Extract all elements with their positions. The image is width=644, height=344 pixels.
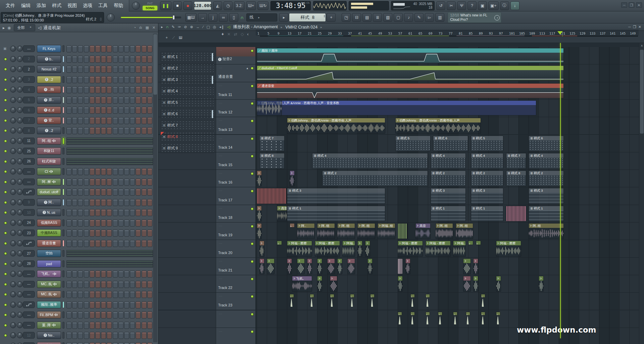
step-button[interactable] <box>136 311 141 318</box>
channel-display[interactable]: --- <box>23 271 35 277</box>
track-name[interactable]: Track 20 <box>218 251 232 255</box>
step-button[interactable] <box>78 76 83 83</box>
hint-panel[interactable]: 12/10What's new in FL Cloud Pro? ◔ <box>448 12 501 23</box>
step-button[interactable] <box>95 117 100 124</box>
step-button[interactable] <box>142 219 147 227</box>
channel-mute-led[interactable] <box>4 232 7 235</box>
clip-stem[interactable]: ⊦ <box>466 312 470 315</box>
step-button[interactable] <box>78 107 83 114</box>
clip-flare[interactable]: ⊦ <box>297 258 305 274</box>
clip-pat[interactable]: ≣ 样式 1 <box>431 206 466 222</box>
track-mute-led[interactable] <box>251 190 254 193</box>
step-button[interactable] <box>66 56 71 63</box>
channel-button[interactable]: !原.. <box>37 96 61 104</box>
master-volume-slider[interactable] <box>121 16 181 18</box>
channel-volume-knob[interactable] <box>17 189 23 195</box>
step-button[interactable] <box>107 322 112 329</box>
channel-mute-led[interactable] <box>4 293 7 296</box>
clip-flare[interactable]: ⊦ <box>367 258 373 274</box>
channel-button[interactable]: Nexus #2 <box>37 65 61 73</box>
track-options-icon[interactable]: ··· <box>219 119 222 122</box>
step-button[interactable] <box>95 240 100 247</box>
step-button[interactable] <box>78 332 83 339</box>
step-button[interactable] <box>107 332 112 339</box>
step-button[interactable] <box>130 281 135 288</box>
step-button[interactable] <box>101 281 106 288</box>
step-button[interactable] <box>78 189 83 196</box>
clip-stem[interactable]: ⊦ <box>426 294 430 298</box>
clip-stem[interactable]: ⊦ <box>290 294 294 298</box>
pattern-item[interactable]: ≣样式 9 <box>160 143 214 153</box>
clip-pat[interactable]: ≣ 样式 1 <box>529 206 564 222</box>
channel-display[interactable]: 8 <box>23 127 35 134</box>
timeline-ruler[interactable]: 1591317212529333741454953576165697377818… <box>256 30 639 36</box>
step-button[interactable] <box>101 311 106 318</box>
step-button[interactable] <box>107 45 112 52</box>
clip-stem[interactable]: ⊦ <box>438 312 442 315</box>
slip-tool-icon[interactable]: ↔ <box>196 25 200 29</box>
clip-indigo[interactable]: ⊦ 伯爵John..寻他 人声 &Annie - 西廂寻他 人声 - 音量系数 <box>257 100 536 115</box>
scroll-up-button[interactable]: ∧ <box>639 43 644 48</box>
track-options-icon[interactable]: ··· <box>219 295 222 298</box>
clip-flare[interactable]: ⊦ <box>405 258 410 274</box>
track-name[interactable]: Track 21 <box>218 268 232 272</box>
step-button[interactable] <box>124 322 129 329</box>
step-button[interactable] <box>72 86 77 93</box>
step-button[interactable] <box>142 209 147 216</box>
channel-display[interactable]: 27 <box>23 250 35 257</box>
step-button[interactable] <box>124 86 129 93</box>
wait-input-icon[interactable]: ◷ <box>224 1 233 10</box>
clip-flare[interactable]: ⊦ <box>259 258 264 274</box>
channel-button[interactable]: !N..us <box>37 209 61 216</box>
track-name[interactable]: Track 18 <box>218 215 232 219</box>
channel-volume-knob[interactable] <box>17 128 23 134</box>
track-mute-led[interactable] <box>251 278 254 281</box>
step-button[interactable] <box>101 179 106 186</box>
mixer-icon[interactable]: ≣ <box>373 13 382 22</box>
step-button[interactable] <box>147 66 152 73</box>
step-button[interactable] <box>101 76 106 83</box>
step-button[interactable] <box>130 127 135 134</box>
channel-mute-led[interactable] <box>4 262 7 265</box>
step-button[interactable] <box>130 332 135 339</box>
step-button[interactable] <box>66 342 71 344</box>
channel-mute-led[interactable] <box>4 201 7 204</box>
stop-button[interactable]: ■ <box>173 1 182 10</box>
channel-volume-knob[interactable] <box>17 332 23 338</box>
step-button[interactable] <box>113 97 118 104</box>
step-button[interactable] <box>113 271 118 278</box>
step-button[interactable] <box>90 45 95 52</box>
channel-mute-led[interactable] <box>4 222 7 225</box>
step-button[interactable] <box>78 168 83 175</box>
channel-mute-led[interactable] <box>4 160 7 163</box>
step-button[interactable] <box>124 179 129 186</box>
step-button[interactable] <box>107 271 112 278</box>
step-button[interactable] <box>72 332 77 339</box>
step-button[interactable] <box>95 45 100 52</box>
clip-auto[interactable]: ⟋ dududud - FilterCtl Cutoff <box>257 65 564 81</box>
channel-pan-knob[interactable] <box>10 158 16 164</box>
clip-stem[interactable]: ⊦ <box>453 312 457 315</box>
step-button[interactable] <box>90 86 95 93</box>
step-button[interactable] <box>101 342 106 344</box>
step-button[interactable] <box>90 117 95 124</box>
step-button[interactable] <box>78 127 83 134</box>
track-options-icon[interactable]: ··· <box>219 330 222 333</box>
step-button[interactable] <box>101 45 106 52</box>
track-options-icon[interactable]: ··· <box>219 102 222 105</box>
step-button[interactable] <box>66 127 71 134</box>
step-button[interactable] <box>142 189 147 196</box>
clip-stem[interactable]: ⊦ <box>481 312 485 315</box>
step-button[interactable] <box>95 107 100 114</box>
clip-wave[interactable]: ⊦ 阿福..组 <box>378 223 395 239</box>
step-button[interactable] <box>66 66 71 73</box>
channel-pan-knob[interactable] <box>10 220 16 226</box>
step-button[interactable] <box>113 117 118 124</box>
step-button[interactable] <box>147 322 152 329</box>
track-name[interactable]: Track 16 <box>218 180 232 184</box>
step-button[interactable] <box>84 281 89 288</box>
step-button[interactable] <box>113 301 118 308</box>
channel-display[interactable]: --- <box>23 281 35 288</box>
clip-flare[interactable]: ⊦ <box>290 170 295 186</box>
step-button[interactable] <box>78 97 83 104</box>
